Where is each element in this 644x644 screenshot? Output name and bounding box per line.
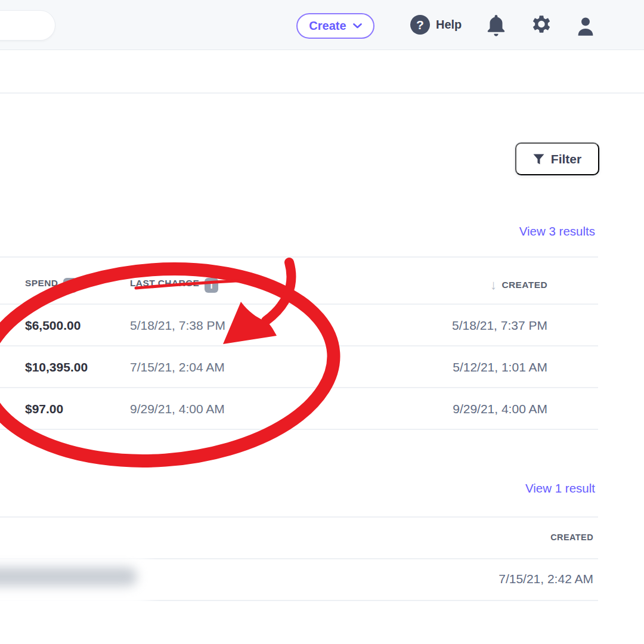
help-label: Help	[436, 18, 462, 32]
table-row[interactable]: $6,500.00 5/18/21, 7:38 PM 5/18/21, 7:37…	[0, 305, 598, 346]
filter-button[interactable]: Filter	[515, 143, 599, 175]
created-value: 5/12/21, 1:01 AM	[453, 360, 547, 374]
create-button-label: Create	[309, 19, 346, 33]
customers-table-header: SPENDi LAST CHARGEi ↓ CREATED	[0, 270, 598, 301]
top-navigation-bar: Create ? Help	[0, 0, 644, 50]
column-header-last-charge[interactable]: LAST CHARGEi	[130, 278, 218, 293]
table-row[interactable]: $10,395.00 7/15/21, 2:04 AM 5/12/21, 1:0…	[0, 346, 598, 388]
last-charge-value: 9/29/21, 4:00 AM	[130, 402, 225, 416]
info-icon[interactable]: i	[205, 278, 218, 293]
column-header-spend[interactable]: SPENDi	[25, 278, 77, 293]
search-input[interactable]	[0, 11, 55, 40]
spend-value: $10,395.00	[25, 360, 88, 374]
view-3-results-link[interactable]: View 3 results	[519, 224, 595, 239]
filter-button-label: Filter	[551, 152, 581, 166]
help-icon: ?	[410, 15, 430, 35]
last-charge-header-label: LAST CHARGE	[130, 278, 199, 288]
last-charge-value: 7/15/21, 2:04 AM	[130, 360, 225, 374]
created-value: 5/18/21, 7:37 PM	[452, 318, 547, 333]
table-row[interactable]: $97.00 9/29/21, 4:00 AM 9/29/21, 4:00 AM	[0, 388, 598, 430]
dashboard-subheader	[0, 50, 644, 94]
info-icon[interactable]: i	[63, 278, 77, 293]
created-value: 7/15/21, 2:42 AM	[499, 572, 593, 586]
table-top-divider	[0, 256, 598, 258]
bell-icon[interactable]	[485, 14, 507, 38]
created-value: 9/29/21, 4:00 AM	[453, 402, 547, 416]
table-top-divider	[0, 516, 598, 518]
column-header-created[interactable]: CREATED	[550, 532, 593, 542]
chevron-down-icon	[353, 23, 362, 29]
create-button[interactable]: Create	[296, 13, 374, 39]
funnel-icon	[533, 154, 544, 165]
user-icon[interactable]	[574, 15, 597, 38]
spend-value: $6,500.00	[25, 318, 80, 333]
sort-desc-icon: ↓	[490, 278, 497, 292]
last-charge-value: 5/18/21, 7:38 PM	[130, 318, 225, 333]
help-button[interactable]: ? Help	[410, 15, 462, 35]
view-1-result-link[interactable]: View 1 result	[525, 481, 595, 496]
redacted-content-blur	[0, 567, 137, 586]
gear-icon[interactable]	[530, 14, 553, 38]
spend-header-label: SPEND	[25, 278, 58, 288]
column-header-created[interactable]: ↓ CREATED	[490, 278, 547, 292]
spend-value: $97.00	[25, 402, 63, 416]
created-header-label: CREATED	[501, 280, 547, 290]
